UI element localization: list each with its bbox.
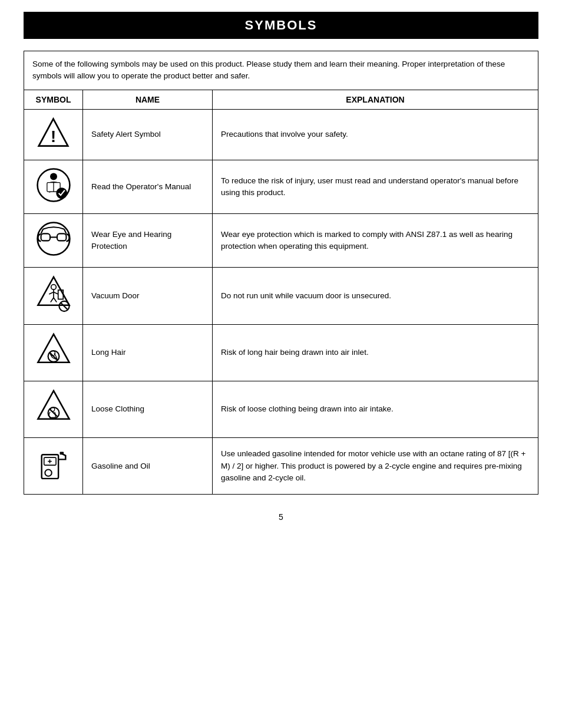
explanation-cell-eye-hearing: Wear eye protection which is marked to c…: [213, 214, 538, 268]
explanation-cell-safety-alert: Precautions that involve your safety.: [213, 109, 538, 160]
name-cell-vacuum-door: Vacuum Door: [83, 268, 213, 324]
table-row: Loose Clothing Risk of loose clothing be…: [24, 381, 538, 437]
svg-text:!: !: [51, 127, 56, 146]
symbol-cell-eye-hearing: [24, 214, 83, 268]
svg-point-48: [45, 469, 51, 476]
svg-line-29: [49, 292, 54, 294]
symbol-cell-gasoline-oil: [24, 438, 83, 495]
name-cell-gasoline-oil: Gasoline and Oil: [83, 438, 213, 495]
name-cell-eye-hearing: Wear Eye and Hearing Protection: [83, 214, 213, 268]
explanation-cell-long-hair: Risk of long hair being drawn into air i…: [213, 324, 538, 381]
symbol-cell-read-manual: [24, 160, 83, 213]
header-name: NAME: [83, 90, 213, 109]
symbol-cell-long-hair: [24, 324, 83, 381]
header-symbol: SYMBOL: [24, 90, 83, 109]
svg-line-35: [61, 303, 68, 310]
page-title: SYMBOLS: [245, 18, 318, 32]
symbol-cell-loose-clothing: [24, 381, 83, 437]
table-row: Wear Eye and Hearing Protection Wear eye…: [24, 214, 538, 268]
explanation-cell-vacuum-door: Do not run unit while vacuum door is uns…: [213, 268, 538, 324]
safety-alert-icon: !: [37, 117, 70, 149]
explanation-cell-read-manual: To reduce the risk of injury, user must …: [213, 160, 538, 213]
loose-clothing-icon: [36, 388, 71, 427]
svg-rect-21: [41, 233, 49, 241]
name-cell-safety-alert: Safety Alert Symbol: [83, 109, 213, 160]
svg-point-16: [50, 173, 57, 180]
svg-marker-40: [38, 391, 69, 419]
table-row: ! Safety Alert Symbol Precautions that i…: [24, 109, 538, 160]
page-number: 5: [24, 512, 538, 522]
vacuum-door-icon: [36, 275, 71, 313]
gasoline-oil-icon: [36, 445, 71, 483]
table-row: Vacuum Door Do not run unit while vacuum…: [24, 268, 538, 324]
svg-point-27: [51, 285, 56, 290]
svg-line-24: [41, 229, 42, 234]
name-cell-read-manual: Read the Operator's Manual: [83, 160, 213, 213]
table-row: Gasoline and Oil Use unleaded gasoline i…: [24, 438, 538, 495]
svg-line-25: [64, 229, 66, 234]
intro-text: Some of the following symbols may be use…: [24, 51, 538, 90]
symbol-cell-vacuum-door: [24, 268, 83, 324]
name-cell-long-hair: Long Hair: [83, 324, 213, 381]
explanation-cell-loose-clothing: Risk of loose clothing being drawn into …: [213, 381, 538, 437]
svg-line-31: [50, 298, 53, 302]
table-row: Read the Operator's Manual To reduce the…: [24, 160, 538, 213]
name-cell-loose-clothing: Loose Clothing: [83, 381, 213, 437]
svg-rect-49: [59, 452, 64, 454]
page-title-bar: SYMBOLS: [24, 12, 538, 39]
symbol-cell-safety-alert: !: [24, 109, 83, 160]
eye-hearing-icon: [36, 221, 71, 256]
svg-rect-22: [57, 233, 66, 241]
table-row: Long Hair Risk of long hair being drawn …: [24, 324, 538, 381]
symbols-table: Some of the following symbols may be use…: [24, 51, 538, 495]
svg-line-30: [54, 292, 58, 294]
header-explanation: EXPLANATION: [213, 90, 538, 109]
long-hair-icon: [36, 332, 71, 370]
explanation-cell-gasoline-oil: Use unleaded gasoline intended for motor…: [213, 438, 538, 495]
svg-line-32: [54, 298, 57, 302]
read-manual-icon: [36, 167, 71, 203]
